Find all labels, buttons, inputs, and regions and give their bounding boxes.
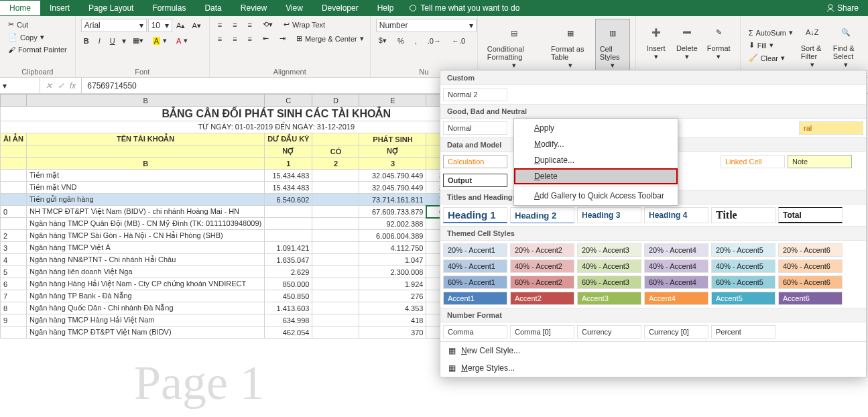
table-header[interactable]: 1	[265, 158, 312, 170]
table-header[interactable]	[27, 145, 265, 158]
increase-decimal-button[interactable]: .0→	[425, 36, 444, 46]
share-button[interactable]: Share	[817, 3, 868, 13]
data-cell[interactable]: 850.000	[265, 278, 312, 290]
data-cell[interactable]: 370	[359, 326, 426, 339]
data-cell[interactable]: 5	[1, 266, 27, 278]
align-top-button[interactable]: ≡	[215, 19, 225, 30]
data-cell[interactable]	[1, 218, 27, 230]
data-cell[interactable]: 8	[1, 302, 27, 314]
style-chip[interactable]: 20% - Accent2	[510, 243, 574, 257]
new-cell-style[interactable]: ▦New Cell Style...	[440, 342, 866, 359]
tab-review[interactable]: Review	[231, 1, 276, 15]
account-name-cell[interactable]: Ngân hàng TMCP ĐT&PT Việt Nam (BIDV)	[27, 326, 265, 339]
data-cell[interactable]	[265, 218, 312, 230]
data-cell[interactable]	[312, 266, 359, 278]
style-chip[interactable]: Accent1	[443, 292, 507, 305]
column-header[interactable]: E	[359, 95, 426, 107]
tab-formulas[interactable]: Formulas	[143, 1, 195, 15]
format-button[interactable]: ✎Format▾	[703, 19, 735, 64]
data-cell[interactable]: 450.850	[265, 290, 312, 302]
underline-button[interactable]: U	[107, 36, 118, 46]
percent-button[interactable]: %	[395, 36, 407, 46]
data-cell[interactable]: 1.413.603	[265, 302, 312, 314]
style-chip[interactable]: 20% - Accent5	[711, 243, 776, 257]
table-header[interactable]: CÓ	[312, 145, 359, 158]
bold-button[interactable]: B	[81, 36, 92, 46]
wrap-text-button[interactable]: ↩ Wrap Text	[281, 19, 328, 30]
data-cell[interactable]	[312, 170, 359, 182]
column-header[interactable]	[1, 95, 27, 107]
data-cell[interactable]: 1.091.421	[265, 242, 312, 254]
data-cell[interactable]	[312, 314, 359, 326]
account-name-cell[interactable]: Ngân hàng TMCP Sài Gòn - Hà Nội - CN Hải…	[27, 230, 265, 242]
fill-color-button[interactable]: A▾	[150, 35, 170, 46]
align-left-button[interactable]: ≡	[215, 34, 225, 44]
data-cell[interactable]: 92.002.388	[359, 218, 426, 230]
increase-font-button[interactable]: A▴	[174, 20, 188, 32]
data-cell[interactable]: 15.434.483	[265, 182, 312, 194]
align-center-button[interactable]: ≡	[230, 34, 239, 44]
orientation-button[interactable]: ⟲▾	[260, 19, 275, 30]
style-chip[interactable]: 20% - Accent1	[443, 243, 507, 257]
style-chip[interactable]: 40% - Accent4	[644, 259, 708, 273]
style-chip[interactable]: Currency	[577, 325, 641, 339]
fill-button[interactable]: ⬇ Fill ▾	[746, 40, 796, 51]
table-header[interactable]	[1, 158, 27, 170]
data-cell[interactable]	[312, 326, 359, 339]
style-chip[interactable]: 40% - Accent1	[443, 259, 507, 273]
ctx-add-gallery-to-quick-access-toolbar[interactable]: Add Gallery to Quick Access Toolbar	[514, 188, 678, 204]
style-chip[interactable]: Accent5	[711, 292, 776, 305]
align-right-button[interactable]: ≡	[245, 34, 255, 44]
data-cell[interactable]: 67.609.733.879	[359, 206, 426, 218]
context-menu[interactable]: ApplyModify...Duplicate...DeleteAdd Gall…	[513, 118, 678, 206]
delete-button[interactable]: ➖Delete▾	[672, 19, 702, 64]
account-name-cell[interactable]: Ngân hàng Quốc Dân - Chi nhánh Đà Nẵng	[27, 302, 265, 314]
style-chip[interactable]: ral	[799, 121, 863, 135]
style-chip[interactable]: 60% - Accent1	[443, 276, 507, 289]
data-cell[interactable]: 6.006.004.389	[359, 230, 426, 242]
data-cell[interactable]	[312, 230, 359, 242]
style-chip[interactable]: 40% - Accent5	[711, 259, 776, 273]
style-chip[interactable]: Total	[778, 207, 843, 223]
account-name-cell[interactable]: Ngân hàng TP Bank - Đà Nẵng	[27, 290, 265, 302]
table-header[interactable]: NỢ	[265, 145, 312, 158]
data-cell[interactable]	[1, 326, 27, 339]
align-bottom-button[interactable]: ≡	[245, 19, 255, 30]
data-cell[interactable]: 7	[1, 290, 27, 302]
column-header[interactable]: C	[265, 95, 312, 107]
account-name-cell[interactable]: Ngân hàng TMCP Hàng Hải Việt Nam	[27, 314, 265, 326]
column-header[interactable]: B	[27, 95, 265, 107]
table-header[interactable]: B	[27, 158, 265, 170]
account-name-cell[interactable]: Tiền mặt VND	[27, 182, 265, 194]
style-chip[interactable]: 40% - Accent2	[510, 259, 574, 273]
merge-center-button[interactable]: ⊞ Merge & Center ▾	[294, 33, 367, 44]
cancel-formula-icon[interactable]: ✕	[46, 81, 52, 91]
tab-developer[interactable]: Developer	[312, 1, 368, 15]
font-color-button[interactable]: A▾	[174, 35, 190, 46]
cell-styles-button[interactable]: ▥Cell Styles▾	[595, 19, 630, 73]
account-name-cell[interactable]: Ngân hàng TMCP Việt Á	[27, 242, 265, 254]
data-cell[interactable]: 6.540.602	[265, 194, 312, 206]
enter-formula-icon[interactable]: ✓	[58, 81, 64, 91]
style-chip[interactable]: Heading 4	[644, 207, 708, 223]
account-name-cell[interactable]: NH TMCP ĐT&PT Việt Nam (BIDV) - chi nhán…	[27, 206, 265, 218]
data-cell[interactable]: 2.300.008	[359, 266, 426, 278]
data-cell[interactable]	[312, 218, 359, 230]
data-cell[interactable]	[265, 206, 312, 218]
data-cell[interactable]	[1, 170, 27, 182]
insert-button[interactable]: ➕Insert▾	[641, 19, 671, 64]
table-header[interactable]	[312, 133, 359, 145]
style-chip[interactable]: Accent4	[644, 292, 708, 305]
account-name-cell[interactable]: Ngân hàng NN&PTNT - Chi nhánh Hải Châu	[27, 254, 265, 266]
autosum-button[interactable]: Σ AutoSum ▾	[746, 27, 796, 38]
data-cell[interactable]: 6	[1, 278, 27, 290]
style-chip[interactable]: Comma	[443, 325, 507, 339]
data-cell[interactable]: 418	[359, 314, 426, 326]
data-cell[interactable]: 32.045.790.449	[359, 182, 426, 194]
data-cell[interactable]: 4.112.750	[359, 242, 426, 254]
ctx-apply[interactable]: Apply	[514, 120, 678, 136]
style-chip[interactable]: Note	[788, 155, 852, 168]
tab-insert[interactable]: Insert	[40, 1, 79, 15]
tab-data[interactable]: Data	[195, 1, 231, 15]
style-chip[interactable]: Heading 1	[443, 207, 507, 223]
